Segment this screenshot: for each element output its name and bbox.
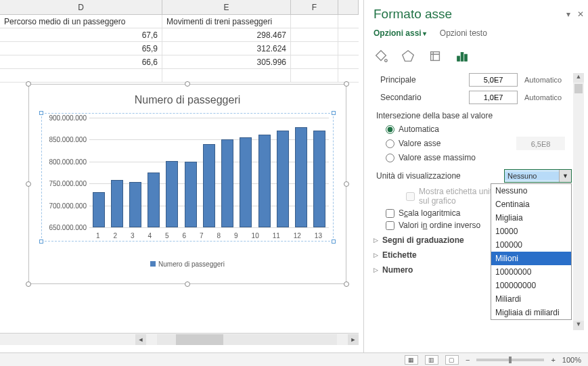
y-axis-label: 750.000.000 (43, 180, 87, 187)
axis-options-icon[interactable] (455, 49, 470, 64)
plot-handle[interactable] (332, 111, 336, 115)
x-axis-label: 7 (200, 232, 204, 239)
x-axis-label: 10 (252, 232, 259, 239)
display-units-dropdown[interactable]: Nessuno ▼ NessunoCentinaiaMigliaia100001… (504, 169, 572, 183)
dropdown-option[interactable]: Migliaia di miliardi (491, 306, 571, 319)
cell-d[interactable]: 66,6 (0, 55, 162, 68)
embedded-chart[interactable]: Numero di passeggeri 650.000.000700.000.… (28, 84, 346, 284)
resize-handle[interactable] (344, 81, 349, 87)
resize-handle[interactable] (26, 281, 31, 287)
col-header-e[interactable]: E (162, 0, 291, 14)
dropdown-option[interactable]: 10000 (491, 225, 571, 238)
svg-marker-0 (403, 51, 414, 62)
plot-handle[interactable] (39, 239, 43, 244)
resize-handle[interactable] (344, 181, 349, 187)
cell-f[interactable] (291, 55, 338, 68)
pane-close-icon[interactable]: ✕ (577, 9, 584, 19)
scroll-down-button[interactable]: ▼ (573, 321, 584, 330)
zoom-thumb[interactable] (509, 357, 512, 363)
status-bar: ▦ ▥ ▢ − + 100% (0, 352, 588, 366)
plot-handle[interactable] (332, 239, 336, 244)
col-header-f[interactable]: F (291, 0, 338, 14)
col-header-d[interactable]: D (0, 0, 162, 14)
dropdown-option[interactable]: Nessuno (491, 184, 571, 198)
header-d[interactable]: Percorso medio di un passeggero (0, 15, 162, 28)
bar[interactable] (111, 180, 123, 227)
bar[interactable] (148, 173, 160, 227)
chart-title[interactable]: Numero di passeggeri (29, 85, 346, 113)
cell-f[interactable] (291, 28, 338, 41)
cell-f[interactable] (291, 42, 338, 55)
bar[interactable] (129, 182, 141, 227)
worksheet-area: D E F Percorso medio di un passeggero Mo… (0, 0, 359, 352)
cell-e[interactable]: 312.624 (162, 42, 291, 55)
x-axis-label: 6 (183, 232, 187, 239)
zoom-in-button[interactable]: + (551, 356, 555, 364)
pane-vertical-scrollbar[interactable]: ▲ ▼ (573, 73, 584, 330)
scroll-up-button[interactable]: ▲ (573, 73, 584, 83)
radio-axis-value[interactable]: Valore asse6,5E8 (386, 137, 572, 150)
chart-legend[interactable]: Numero di passeggeri (29, 242, 346, 268)
plot-area[interactable]: 650.000.000700.000.000750.000.000800.000… (41, 113, 334, 242)
resize-handle[interactable] (185, 81, 190, 87)
dropdown-option[interactable]: 100000000 (491, 279, 571, 292)
dropdown-option[interactable]: 10000000 (491, 265, 571, 279)
bar[interactable] (185, 162, 197, 227)
pane-menu-icon[interactable]: ▾ (566, 9, 570, 19)
crosses-label: Intersezione della base al valore (376, 111, 572, 120)
page-break-button[interactable]: ▢ (445, 355, 459, 365)
chevron-down-icon[interactable]: ▼ (559, 170, 571, 182)
page-layout-button[interactable]: ▥ (425, 355, 438, 365)
scroll-thumb[interactable] (574, 84, 583, 93)
tab-text-options[interactable]: Opzioni testo (440, 28, 487, 38)
cell-e[interactable]: 298.467 (162, 28, 291, 41)
resize-handle[interactable] (26, 81, 31, 87)
bar[interactable] (93, 192, 105, 227)
major-unit-label: Principale (380, 75, 469, 85)
scroll-left-button[interactable]: ◄ (135, 334, 146, 345)
radio-axis-max[interactable]: Valore asse massimo (386, 153, 572, 162)
resize-handle[interactable] (344, 281, 349, 287)
bar[interactable] (166, 161, 178, 227)
bar[interactable] (295, 127, 307, 227)
cell-e[interactable]: 305.996 (162, 55, 291, 68)
minor-unit-input[interactable] (469, 91, 518, 104)
minor-unit-label: Secondario (380, 93, 469, 102)
scroll-right-button[interactable]: ► (348, 334, 359, 345)
bar[interactable] (203, 144, 215, 227)
bar[interactable] (277, 131, 289, 227)
dropdown-option[interactable]: Centinaia (491, 198, 571, 211)
radio-automatic[interactable]: Automatica (386, 124, 572, 134)
dropdown-option[interactable]: Migliaia (491, 211, 571, 225)
header-e[interactable]: Movimenti di treni passeggeri (162, 15, 291, 28)
dropdown-option[interactable]: Miliardi (491, 292, 571, 306)
table-row: 65,9 312.624 (0, 42, 359, 55)
zoom-out-button[interactable]: − (466, 356, 470, 364)
bar[interactable] (221, 139, 233, 227)
horizontal-scrollbar[interactable]: ◄ ► (0, 333, 359, 345)
resize-handle[interactable] (26, 181, 31, 187)
tab-axis-options[interactable]: Opzioni assi (374, 28, 426, 38)
effects-icon[interactable] (401, 49, 415, 64)
resize-handle[interactable] (185, 281, 190, 287)
x-axis-label: 9 (234, 232, 238, 239)
format-axis-pane: Formato asse ▾ ✕ Opzioni assi Opzioni te… (363, 0, 588, 352)
header-f[interactable] (291, 15, 338, 28)
dropdown-option[interactable]: 100000 (491, 238, 571, 252)
dropdown-option[interactable]: Milioni (491, 252, 571, 265)
scroll-thumb[interactable] (176, 334, 223, 345)
zoom-slider[interactable] (476, 359, 544, 361)
cell-d[interactable]: 67,6 (0, 28, 162, 41)
bar[interactable] (313, 131, 325, 227)
major-unit-input[interactable] (469, 73, 518, 87)
bar[interactable] (240, 137, 252, 227)
y-axis-label: 850.000.000 (43, 136, 87, 143)
fill-icon[interactable] (374, 49, 388, 64)
size-icon[interactable] (428, 49, 443, 64)
zoom-level[interactable]: 100% (562, 356, 581, 364)
axis-value-readonly: 6,5E8 (516, 137, 565, 150)
cell-d[interactable]: 65,9 (0, 42, 162, 55)
scroll-track[interactable] (157, 334, 337, 345)
normal-view-button[interactable]: ▦ (405, 355, 418, 365)
bar[interactable] (258, 135, 271, 227)
